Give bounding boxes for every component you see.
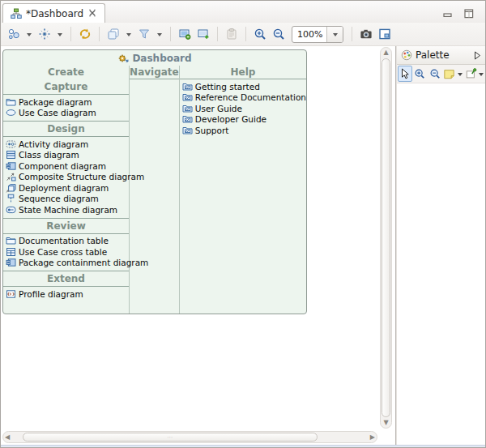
dashboard-item-sequence-diagram[interactable]: Sequence diagram: [3, 194, 129, 205]
pin-note-tool[interactable]: [464, 66, 478, 82]
minimize-view-icon[interactable]: [443, 6, 453, 22]
vertical-scrollbar[interactable]: ▲ ▼: [380, 47, 392, 429]
zoom-level-combo[interactable]: 100%: [292, 26, 343, 43]
cursor-icon: [399, 68, 410, 79]
help-item-support[interactable]: Support: [180, 125, 306, 136]
package-containment-diagram-icon: [6, 258, 16, 267]
overview-icon[interactable]: [377, 25, 393, 43]
dashboard-item-use-case-diagram[interactable]: Use Case diagram: [3, 108, 129, 119]
zoom-in-icon: [414, 68, 425, 79]
zoom-in-tool[interactable]: [413, 66, 427, 82]
zoom-out-tool[interactable]: [428, 66, 441, 82]
related-elements-dropdown[interactable]: [24, 25, 34, 43]
snapshot-icon[interactable]: [358, 25, 374, 43]
section-header-capture: Capture: [3, 79, 129, 95]
use-case-cross-table-icon: [6, 247, 16, 257]
select-tool[interactable]: [398, 66, 412, 82]
dashboard-panel: Dashboard Create Capture: [2, 49, 307, 314]
profile-diagram-icon: [6, 289, 16, 299]
scroll-up-icon[interactable]: ▲: [382, 48, 390, 58]
zoom-out-icon[interactable]: [271, 25, 287, 43]
section-header-review: Review: [3, 219, 129, 234]
filter-dropdown[interactable]: [155, 25, 164, 43]
zoom-level-dropdown[interactable]: [326, 27, 343, 42]
navigate-column-header: Navigate: [130, 66, 179, 79]
dashboard-item-profile-diagram[interactable]: Profile diagram: [3, 288, 129, 300]
palette-icon: [401, 49, 412, 61]
tab-dashboard[interactable]: *Dashboard: [2, 3, 105, 23]
dashboard-item-package-containment-diagram[interactable]: Package containment diagram: [3, 258, 129, 269]
deployment-diagram-icon: [6, 183, 16, 193]
vertical-scrollbar-thumb[interactable]: [382, 58, 390, 417]
palette-toolbar: [397, 65, 485, 83]
sequence-diagram-icon: [6, 194, 16, 203]
help-item-developer-guide[interactable]: Developer Guide: [180, 114, 306, 126]
create-column-header: Create: [3, 66, 129, 79]
dashboard-item-package-diagram[interactable]: Package diagram: [3, 96, 129, 108]
pin-note-tool-dropdown[interactable]: [479, 73, 484, 79]
related-elements-icon[interactable]: [6, 25, 22, 43]
help-item-reference-documentation[interactable]: Reference Documentation: [180, 92, 306, 104]
package-diagram-icon: [6, 97, 16, 107]
palette-body[interactable]: [397, 83, 485, 445]
add-image-icon[interactable]: [195, 25, 211, 43]
help-folder-icon: [182, 92, 193, 102]
composite-structure-diagram-icon: [6, 172, 16, 181]
note-tool[interactable]: [442, 66, 456, 82]
palette-header[interactable]: Palette: [397, 46, 485, 65]
documentation-table-icon: [6, 236, 16, 245]
dashboard-tree-icon: [11, 8, 22, 19]
selection-wand-dropdown[interactable]: [55, 25, 65, 43]
paste-icon[interactable]: [224, 25, 240, 43]
horizontal-scrollbar[interactable]: ◀ ⋯ ▶: [2, 431, 377, 443]
use-case-diagram-icon: [6, 108, 16, 117]
dashboard-item-deployment-diagram[interactable]: Deployment diagram: [3, 182, 129, 194]
dashboard-item-state-machine-diagram[interactable]: State Machine diagram: [3, 204, 129, 215]
link-image-icon[interactable]: [177, 25, 193, 43]
dashboard-item-component-diagram[interactable]: Component diagram: [3, 160, 129, 172]
component-diagram-icon: [6, 161, 16, 171]
horizontal-scrollbar-thumb[interactable]: ⋯: [23, 433, 318, 442]
help-folder-icon: [182, 126, 193, 135]
selection-wand-icon[interactable]: [36, 25, 53, 43]
section-header-extend: Extend: [3, 271, 129, 287]
help-folder-icon: [182, 104, 193, 113]
diagram-canvas[interactable]: Dashboard Create Capture: [1, 46, 396, 445]
scroll-down-icon[interactable]: ▼: [382, 418, 390, 428]
palette-title: Palette: [416, 49, 450, 61]
activity-diagram-icon: [6, 139, 16, 149]
application-window: *Dashboard: [0, 0, 486, 448]
note-tool-dropdown[interactable]: [458, 73, 463, 79]
help-folder-icon: [182, 82, 193, 92]
class-diagram-icon: [6, 150, 16, 160]
help-folder-icon: [182, 114, 193, 124]
zoom-level-value[interactable]: 100%: [292, 29, 326, 40]
zoom-in-icon[interactable]: [252, 25, 268, 43]
dashboard-item-activity-diagram[interactable]: Activity diagram: [3, 139, 129, 150]
tab-close-icon[interactable]: [87, 9, 97, 19]
palette-collapse-icon[interactable]: [474, 51, 481, 60]
dashboard-header: Dashboard: [3, 50, 306, 66]
help-column-header: Help: [180, 66, 306, 79]
dashboard-item-class-diagram[interactable]: Class diagram: [3, 150, 129, 161]
help-item-getting-started[interactable]: Getting started: [180, 81, 306, 92]
note-icon: [443, 68, 455, 79]
dashboard-item-documentation-table[interactable]: Documentation table: [3, 236, 129, 247]
diagram-toolbar: 100%: [1, 23, 485, 46]
help-item-user-guide[interactable]: User Guide: [180, 103, 306, 114]
scroll-left-icon[interactable]: ◀: [3, 433, 11, 442]
dashboard-item-composite-structure-diagram[interactable]: Composite Structure diagram: [3, 172, 129, 183]
create-column: Create Capture Package diagram: [3, 66, 130, 314]
state-machine-diagram-icon: [6, 205, 16, 215]
copy-appearance-icon[interactable]: [105, 25, 122, 43]
editor-tab-bar: *Dashboard: [1, 1, 485, 23]
synchronize-icon[interactable]: [77, 25, 93, 43]
zoom-out-icon: [429, 68, 441, 79]
scroll-right-icon[interactable]: ▶: [369, 433, 377, 442]
filter-icon[interactable]: [136, 25, 152, 43]
copy-appearance-dropdown[interactable]: [124, 25, 134, 43]
dashboard-item-use-case-cross-table[interactable]: Use Case cross table: [3, 246, 129, 258]
section-header-design: Design: [3, 122, 129, 137]
maximize-view-icon[interactable]: [464, 6, 474, 22]
tab-title: *Dashboard: [26, 8, 83, 19]
